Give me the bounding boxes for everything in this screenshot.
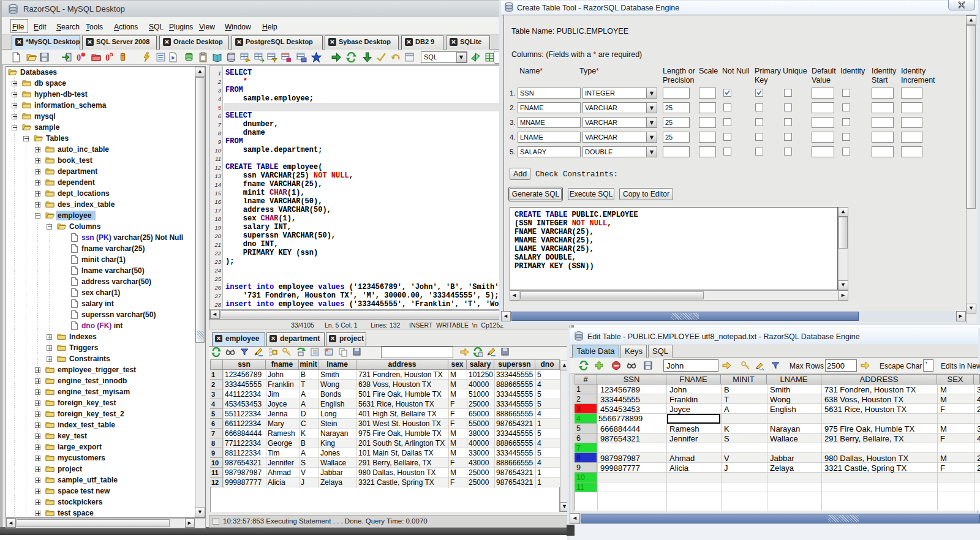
svg-text:0: 0	[105, 53, 110, 62]
svg-text:0: 0	[77, 53, 81, 62]
svg-text:...: ...	[355, 352, 359, 357]
svg-text:...: ...	[503, 352, 507, 357]
